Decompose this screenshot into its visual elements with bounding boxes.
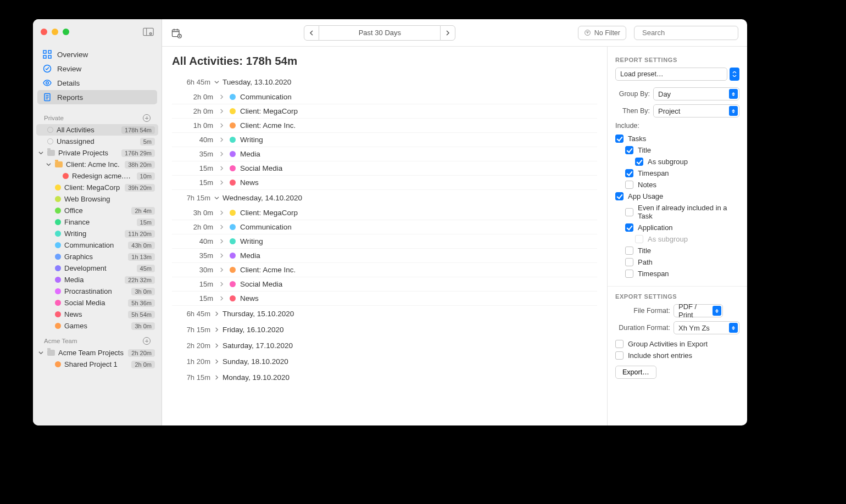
tree-row[interactable]: Procrastination3h 0m — [36, 285, 158, 297]
tree-row[interactable]: Shared Project 12h 0m — [36, 359, 158, 370]
tree-row[interactable]: Redesign acme.com10m — [36, 170, 158, 182]
tree-row[interactable]: All Activities178h 54m — [36, 124, 158, 136]
date-next-button[interactable] — [440, 25, 455, 41]
checkbox-as-subgroup[interactable]: As subgroup — [615, 156, 739, 167]
day-header[interactable]: 2h 20mSaturday, 17.10.2020 — [172, 338, 597, 354]
minimize-window-button[interactable] — [52, 29, 58, 35]
load-preset-button[interactable]: Load preset… — [615, 68, 727, 81]
load-preset: Load preset… — [615, 68, 739, 81]
day-header[interactable]: 6h 45mThursday, 15.10.2020 — [172, 306, 597, 322]
checkbox-notes[interactable]: Notes — [615, 179, 739, 191]
checkbox-box — [625, 208, 633, 216]
checkbox-application[interactable]: Application — [615, 222, 739, 233]
tree-row[interactable]: Communication43h 0m — [36, 239, 158, 251]
chevron-down-icon[interactable] — [45, 161, 52, 168]
activity-row[interactable]: 35mMedia — [172, 147, 597, 161]
day-header[interactable]: 7h 15mWednesday, 14.10.2020 — [172, 190, 597, 206]
checkbox-app-usage[interactable]: App Usage — [615, 191, 739, 202]
activity-name: Media — [240, 251, 260, 260]
checkbox-title[interactable]: Title — [615, 144, 739, 156]
color-dot — [230, 253, 236, 259]
activity-row[interactable]: 15mNews — [172, 292, 597, 306]
checkbox-timespan[interactable]: Timespan — [615, 268, 739, 279]
activity-name: Communication — [240, 223, 292, 231]
group-by-select[interactable]: Day — [653, 87, 739, 100]
day-duration: 7h 15m — [172, 326, 210, 334]
activity-row[interactable]: 15mSocial Media — [172, 161, 597, 176]
tree-label: Procrastination — [64, 287, 128, 295]
calendar-add-icon[interactable] — [171, 27, 182, 38]
activity-row[interactable]: 15mSocial Media — [172, 277, 597, 292]
checkbox-label: Timespan — [638, 169, 669, 177]
activity-duration: 15m — [172, 178, 213, 187]
activity-row[interactable]: 30mClient: Acme Inc. — [172, 263, 597, 277]
nav-item-overview[interactable]: Overview — [37, 47, 157, 61]
tree-row[interactable]: Media22h 32m — [36, 274, 158, 285]
tree-row[interactable]: Social Media5h 36m — [36, 297, 158, 309]
activity-row[interactable]: 3h 0mClient: MegaCorp — [172, 206, 597, 220]
activity-row[interactable]: 2h 0mCommunication — [172, 220, 597, 234]
tree-row[interactable]: Games3h 0m — [36, 320, 158, 332]
export-button[interactable]: Export… — [615, 366, 656, 379]
tree-row[interactable]: Graphics1h 13m — [36, 251, 158, 262]
load-preset-dropdown[interactable] — [730, 68, 739, 81]
activity-row[interactable]: 2h 0mCommunication — [172, 90, 597, 104]
date-prev-button[interactable] — [304, 25, 319, 41]
chevron-right-icon — [213, 253, 230, 258]
chevron-down-icon[interactable] — [37, 350, 44, 356]
activity-row[interactable]: 1h 0mClient: Acme Inc. — [172, 119, 597, 133]
activity-row[interactable]: 15mNews — [172, 176, 597, 190]
zoom-window-button[interactable] — [63, 29, 69, 35]
tree-row[interactable]: Finance15m — [36, 216, 158, 228]
date-range-display[interactable]: Past 30 Days — [319, 25, 440, 41]
file-format-select[interactable]: PDF / Print — [674, 304, 723, 317]
checkbox-even-if-already-included-in-a-task[interactable]: Even if already included in a Task — [615, 202, 739, 222]
day-header[interactable]: 7h 15mFriday, 16.10.2020 — [172, 322, 597, 338]
checkbox-group-activities-in-export[interactable]: Group Activities in Export — [615, 338, 739, 350]
add-project-button[interactable] — [143, 337, 151, 345]
tree-row[interactable]: Office2h 4m — [36, 205, 158, 216]
activity-row[interactable]: 40mWriting — [172, 133, 597, 147]
tree-label: Writing — [64, 229, 121, 238]
nav-item-review[interactable]: Review — [37, 61, 157, 76]
activity-name: Client: Acme Inc. — [240, 266, 296, 274]
tree-row[interactable]: Unassigned5m — [36, 136, 158, 147]
tree-row[interactable]: Writing11h 20m — [36, 228, 158, 239]
tree-row[interactable]: Client: Acme Inc.38h 20m — [36, 159, 158, 170]
activity-row[interactable]: 2h 0mClient: MegaCorp — [172, 104, 597, 119]
tree-row[interactable]: Client: MegaCorp39h 20m — [36, 182, 158, 193]
close-window-button[interactable] — [41, 29, 47, 35]
chevron-down-icon[interactable] — [37, 150, 44, 156]
tree-row[interactable]: News5h 54m — [36, 309, 158, 320]
tree-row[interactable]: Web Browsing — [36, 193, 158, 205]
activity-row[interactable]: 40mWriting — [172, 234, 597, 249]
chevron-updown-icon — [729, 89, 738, 99]
duration-badge: 43h 0m — [128, 242, 155, 249]
checkbox-include-short-entries[interactable]: Include short entries — [615, 350, 739, 361]
then-by-select[interactable]: Project — [653, 104, 739, 117]
sidebar-toggle-icon[interactable] — [143, 27, 154, 36]
day-header[interactable]: 7h 15mMonday, 19.10.2020 — [172, 369, 597, 385]
activity-duration: 1h 0m — [172, 121, 213, 130]
filter-button[interactable]: No Filter — [578, 26, 626, 40]
search-field[interactable] — [634, 26, 738, 40]
checkbox-timespan[interactable]: Timespan — [615, 167, 739, 179]
tree-row[interactable]: Acme Team Projects2h 20m — [36, 347, 158, 359]
search-input[interactable] — [642, 29, 734, 37]
tree-row[interactable]: Private Projects176h 29m — [36, 147, 158, 159]
nav-item-details[interactable]: Details — [37, 76, 157, 90]
checkbox-label: App Usage — [628, 192, 663, 200]
duration-format-select[interactable]: Xh Ym Zs — [674, 321, 739, 334]
day-header[interactable]: 1h 20mSunday, 18.10.2020 — [172, 354, 597, 369]
checkbox-title[interactable]: Title — [615, 245, 739, 256]
tree-row[interactable]: Development45m — [36, 262, 158, 274]
day-duration: 2h 20m — [172, 341, 210, 350]
chevron-right-icon — [210, 311, 222, 316]
add-project-button[interactable] — [143, 114, 151, 122]
activity-row[interactable]: 35mMedia — [172, 249, 597, 263]
checkbox-tasks[interactable]: Tasks — [615, 133, 739, 144]
checkbox-path[interactable]: Path — [615, 256, 739, 268]
nav-item-reports[interactable]: Reports — [37, 90, 157, 104]
day-header[interactable]: 6h 45mTuesday, 13.10.2020 — [172, 74, 597, 90]
checkbox-box — [625, 247, 633, 255]
